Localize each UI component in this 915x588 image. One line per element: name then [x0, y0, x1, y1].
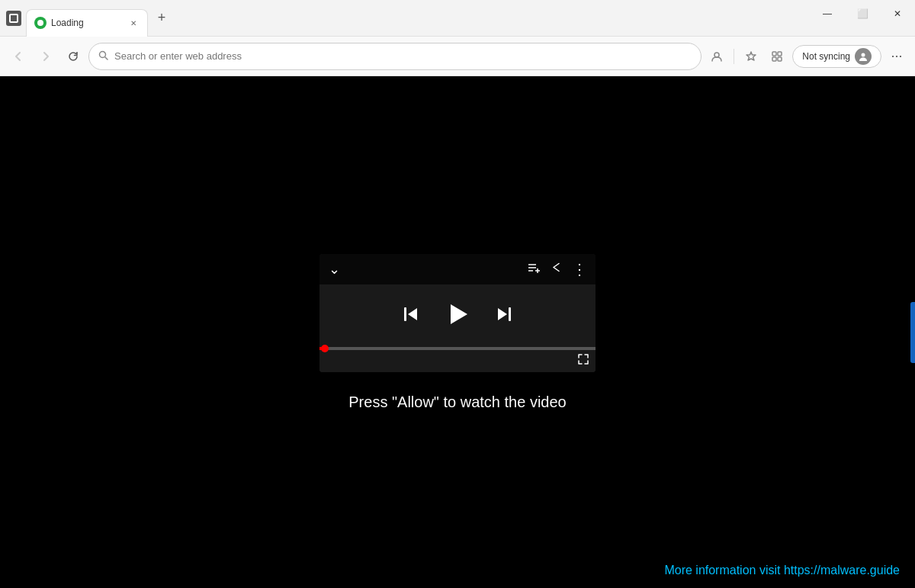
player-top-left: ⌄: [329, 261, 340, 278]
player-progress-bar[interactable]: [319, 347, 596, 350]
tab-container: Loading ✕ +: [26, 0, 172, 36]
more-options-button[interactable]: ···: [884, 44, 909, 69]
active-tab[interactable]: Loading ✕: [26, 9, 148, 37]
sync-button[interactable]: Not syncing: [792, 45, 881, 68]
page-content: ⌄ ⋮: [0, 76, 915, 588]
divider: [734, 49, 734, 64]
svg-point-1: [714, 53, 719, 57]
fullscreen-icon[interactable]: [577, 353, 589, 368]
player-controls: [319, 284, 596, 347]
svg-rect-12: [404, 307, 406, 321]
svg-rect-4: [772, 57, 776, 61]
sync-label: Not syncing: [802, 51, 850, 62]
new-tab-button[interactable]: +: [151, 8, 172, 29]
more-options-icon[interactable]: ⋮: [572, 260, 586, 278]
search-icon: [98, 50, 108, 63]
tab-favicon: [34, 17, 47, 29]
back-button[interactable]: [6, 44, 30, 69]
share-icon[interactable]: [550, 261, 563, 277]
skip-previous-button[interactable]: [400, 304, 422, 325]
svg-point-6: [862, 53, 865, 56]
svg-point-0: [100, 51, 106, 57]
player-bottom-bar: [319, 350, 596, 372]
player-progress-dot: [321, 345, 329, 352]
skip-next-button[interactable]: [493, 304, 515, 325]
add-to-queue-icon[interactable]: [527, 261, 541, 278]
play-button[interactable]: [443, 300, 472, 329]
nav-bar: Not syncing ···: [0, 37, 915, 76]
player-top-bar: ⌄ ⋮: [319, 254, 596, 284]
svg-rect-2: [772, 52, 776, 56]
profile-icon[interactable]: [705, 44, 729, 69]
address-bar[interactable]: [88, 43, 702, 70]
avatar: [855, 48, 872, 65]
close-button[interactable]: ✕: [880, 0, 915, 27]
window-controls: — ⬜ ✕: [810, 0, 915, 27]
allow-text: Press "Allow" to watch the video: [348, 394, 566, 411]
forward-button[interactable]: [34, 44, 58, 69]
svg-rect-5: [778, 57, 782, 61]
chevron-down-icon[interactable]: ⌄: [329, 261, 340, 278]
refresh-button[interactable]: [61, 44, 85, 69]
nav-actions: [705, 44, 789, 69]
title-bar: Loading ✕ + — ⬜ ✕: [0, 0, 915, 37]
video-player: ⌄ ⋮: [319, 254, 596, 372]
side-accent: [910, 302, 915, 363]
svg-rect-3: [778, 52, 782, 56]
favorites-icon[interactable]: [739, 44, 763, 69]
tab-title: Loading: [51, 18, 123, 28]
tab-close-button[interactable]: ✕: [127, 17, 140, 29]
browser-icon: [6, 11, 21, 26]
footer-link[interactable]: More information visit https://malware.g…: [664, 564, 900, 577]
maximize-button[interactable]: ⬜: [845, 0, 880, 27]
player-top-right: ⋮: [527, 260, 586, 278]
url-input[interactable]: [114, 50, 692, 62]
minimize-button[interactable]: —: [810, 0, 845, 27]
svg-rect-13: [509, 307, 511, 321]
collections-icon[interactable]: [765, 44, 789, 69]
